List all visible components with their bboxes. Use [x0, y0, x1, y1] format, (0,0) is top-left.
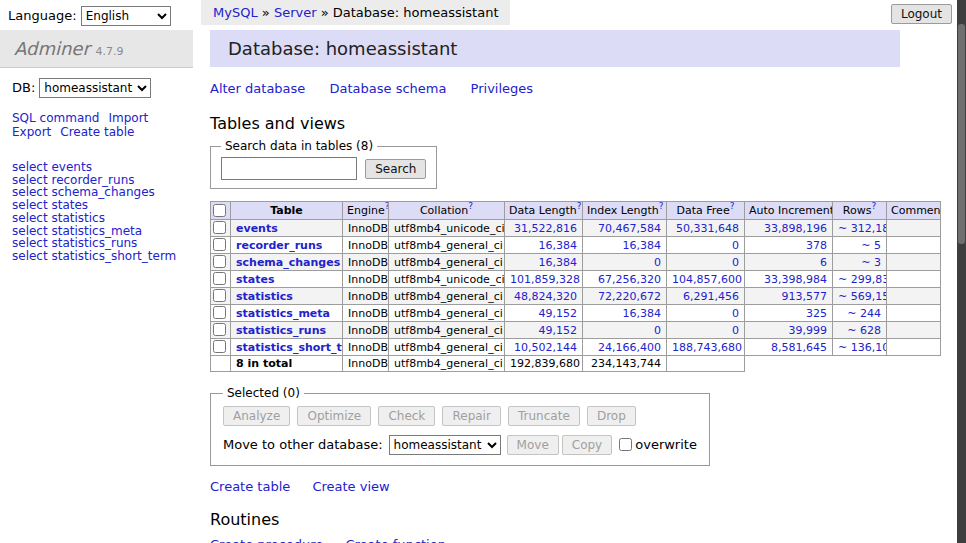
sidebar-select-link[interactable]: select states — [12, 199, 181, 212]
create-view-link[interactable]: Create view — [312, 479, 389, 494]
data-length-link[interactable]: 49,152 — [539, 307, 578, 320]
index-length-link[interactable]: 16,384 — [623, 307, 662, 320]
privileges-link[interactable]: Privileges — [471, 81, 534, 96]
total-label: 8 in total — [231, 356, 343, 372]
row-checkbox[interactable] — [213, 289, 226, 302]
data-free-link[interactable]: 188,743,680 — [672, 341, 742, 354]
rows-link[interactable]: ~ 628 — [847, 324, 881, 337]
create-procedure-link[interactable]: Create procedure — [210, 537, 323, 543]
index-length-link[interactable]: 24,166,400 — [598, 341, 661, 354]
row-checkbox[interactable] — [213, 221, 226, 234]
data-free-link[interactable]: 0 — [732, 256, 739, 269]
table-name-link[interactable]: events — [236, 222, 278, 235]
truncate-button[interactable]: Truncate — [508, 406, 580, 426]
index-length-link[interactable]: 72,220,672 — [598, 290, 661, 303]
data-free-link[interactable]: 0 — [732, 324, 739, 337]
index-length-link[interactable]: 0 — [654, 256, 661, 269]
data-length-link[interactable]: 49,152 — [539, 324, 578, 337]
rows-link[interactable]: ~ 569,159 — [838, 290, 887, 303]
logout-button[interactable]: Logout — [891, 4, 952, 24]
table-name-link[interactable]: statistics_short_term — [236, 341, 343, 354]
breadcrumb-server-link[interactable]: Server — [274, 5, 317, 20]
breadcrumb-mysql-link[interactable]: MySQL — [213, 5, 258, 20]
database-schema-link[interactable]: Database schema — [330, 81, 447, 96]
repair-button[interactable]: Repair — [442, 406, 500, 426]
copy-button[interactable]: Copy — [562, 435, 612, 455]
drop-button[interactable]: Drop — [587, 406, 636, 426]
table-name-link[interactable]: statistics_meta — [236, 307, 330, 320]
sidebar-select-link[interactable]: select statistics_short_term — [12, 250, 181, 263]
data-length-link[interactable]: 16,384 — [539, 239, 578, 252]
data-free-link[interactable]: 0 — [732, 307, 739, 320]
analyze-button[interactable]: Analyze — [223, 406, 290, 426]
search-input[interactable] — [221, 157, 357, 180]
data-free-link[interactable]: 104,857,600 — [672, 273, 742, 286]
rows-link[interactable]: ~ 5 — [861, 239, 881, 252]
data-free-link[interactable]: 0 — [732, 239, 739, 252]
rows-link[interactable]: ~ 299,833 — [838, 273, 887, 286]
db-select[interactable]: homeassistant — [39, 78, 151, 98]
table-name-link[interactable]: statistics — [236, 290, 293, 303]
table-name-link[interactable]: statistics_runs — [236, 324, 326, 337]
comment-cell — [887, 322, 941, 339]
auto-increment-link[interactable]: 8,581,645 — [771, 341, 827, 354]
scrollbar-track[interactable] — [957, 0, 966, 543]
auto-increment-link[interactable]: 39,999 — [789, 324, 828, 337]
sidebar-link-sql-command[interactable]: SQL command — [12, 112, 99, 126]
optimize-button[interactable]: Optimize — [297, 406, 371, 426]
create-table-link[interactable]: Create table — [210, 479, 290, 494]
data-length-link[interactable]: 16,384 — [539, 256, 578, 269]
sidebar-link-export[interactable]: Export — [12, 126, 51, 140]
column-help-link[interactable]: ? — [659, 202, 664, 212]
column-help-link[interactable]: ? — [385, 202, 389, 212]
index-length-link[interactable]: 70,467,584 — [598, 222, 661, 235]
auto-increment-link[interactable]: 913,577 — [782, 290, 828, 303]
move-button[interactable]: Move — [507, 435, 559, 455]
index-length-link[interactable]: 0 — [654, 324, 661, 337]
auto-increment-link[interactable]: 378 — [806, 239, 827, 252]
overwrite-checkbox[interactable] — [619, 438, 632, 451]
move-database-select[interactable]: homeassistant — [389, 435, 501, 455]
column-help-link[interactable]: ? — [730, 202, 735, 212]
row-checkbox[interactable] — [213, 255, 226, 268]
sidebar-select-link[interactable]: select events — [12, 161, 181, 174]
sidebar-link-create-table[interactable]: Create table — [60, 126, 134, 140]
rows-link[interactable]: ~ 3 — [861, 256, 881, 269]
language-select[interactable]: English — [81, 6, 171, 26]
data-length-link[interactable]: 31,522,816 — [514, 222, 577, 235]
search-button[interactable]: Search — [365, 159, 426, 179]
alter-database-link[interactable]: Alter database — [210, 81, 305, 96]
rows-link[interactable]: ~ 244 — [847, 307, 881, 320]
data-length-link[interactable]: 48,824,320 — [514, 290, 577, 303]
table-name-link[interactable]: schema_changes — [236, 256, 340, 269]
column-help-link[interactable]: ? — [468, 202, 473, 212]
auto-increment-link[interactable]: 33,398,984 — [764, 273, 827, 286]
check-button[interactable]: Check — [378, 406, 435, 426]
rows-link[interactable]: ~ 312,180 — [838, 222, 887, 235]
rows-link[interactable]: ~ 136,108 — [838, 341, 887, 354]
row-checkbox[interactable] — [213, 340, 226, 353]
column-help-link[interactable]: ? — [577, 202, 582, 212]
sidebar-link-import[interactable]: Import — [108, 112, 148, 126]
scrollbar-thumb[interactable] — [958, 24, 965, 244]
data-length-link[interactable]: 101,859,328 — [510, 273, 580, 286]
data-free-link[interactable]: 6,291,456 — [683, 290, 739, 303]
row-checkbox[interactable] — [213, 323, 226, 336]
auto-increment-link[interactable]: 33,898,196 — [764, 222, 827, 235]
row-checkbox[interactable] — [213, 238, 226, 251]
index-length-link[interactable]: 16,384 — [623, 239, 662, 252]
row-checkbox[interactable] — [213, 272, 226, 285]
table-name-link[interactable]: recorder_runs — [236, 239, 322, 252]
column-help-link[interactable]: ? — [871, 202, 876, 212]
sidebar-select-link[interactable]: select statistics — [12, 212, 181, 225]
row-checkbox[interactable] — [213, 306, 226, 319]
data-length-link[interactable]: 10,502,144 — [514, 341, 577, 354]
table-name-link[interactable]: states — [236, 273, 275, 286]
auto-increment-link[interactable]: 6 — [820, 256, 827, 269]
table-row: statistics_metaInnoDButf8mb4_general_ci4… — [211, 305, 941, 322]
select-all-checkbox[interactable] — [213, 204, 226, 217]
auto-increment-link[interactable]: 325 — [806, 307, 827, 320]
index-length-link[interactable]: 67,256,320 — [598, 273, 661, 286]
data-free-link[interactable]: 50,331,648 — [676, 222, 739, 235]
create-function-link[interactable]: Create function — [345, 537, 445, 543]
